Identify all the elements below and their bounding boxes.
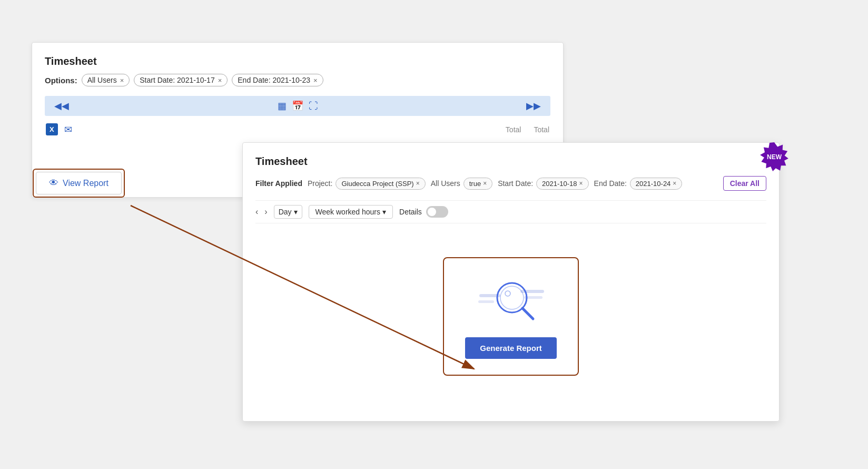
end-date-filter-label: End Date: (594, 179, 627, 188)
chip-end-date[interactable]: End Date: 2021-10-23 × (232, 74, 323, 86)
back-toolbar-row: ◀◀ ▦ 📅 ⛶ ▶▶ (45, 96, 550, 116)
back-card-title: Timesheet (45, 55, 550, 67)
totals: Total Total (506, 125, 549, 134)
start-date-tag[interactable]: 2021-10-18 × (536, 178, 589, 190)
front-card: Timesheet Filter Applied Project: Giudec… (242, 142, 780, 422)
generate-box: Generate Report (443, 257, 579, 376)
prev-button[interactable]: ◀◀ (51, 99, 72, 113)
controls-row: ‹ › Day ▾ Week worked hours ▾ Details (255, 200, 766, 223)
chip-start-date[interactable]: Start Date: 2021-10-17 × (134, 74, 228, 86)
chip-all-users[interactable]: All Users × (82, 74, 130, 86)
all-users-tag-close[interactable]: × (483, 180, 487, 187)
period-next-button[interactable]: › (264, 207, 267, 217)
front-card-title: Timesheet (255, 155, 766, 168)
period-prev-button[interactable]: ‹ (255, 207, 258, 217)
chip-end-date-close[interactable]: × (313, 76, 318, 84)
svg-point-9 (505, 291, 510, 296)
chip-all-users-close[interactable]: × (120, 76, 124, 84)
chip-start-date-close[interactable]: × (218, 76, 222, 84)
options-label: Options: (45, 76, 77, 85)
view-report-label: View Report (63, 179, 108, 188)
next-button[interactable]: ▶▶ (523, 99, 544, 113)
period-chevron-icon: ▾ (294, 208, 298, 216)
all-users-filter-group: All Users true × (431, 178, 492, 190)
end-date-tag-close[interactable]: × (673, 180, 676, 187)
export-excel-button[interactable]: X (46, 123, 58, 135)
second-row: X ✉ Total Total (45, 121, 550, 138)
project-tag[interactable]: Giudecca Project (SSP) × (336, 178, 425, 190)
grid-icon[interactable]: ▦ (278, 100, 287, 112)
generate-section: Generate Report (255, 236, 766, 397)
start-date-filter-group: Start Date: 2021-10-18 × (498, 178, 588, 190)
start-date-filter-label: Start Date: (498, 179, 533, 188)
start-date-tag-close[interactable]: × (579, 180, 583, 187)
clear-all-button[interactable]: Clear All (723, 176, 766, 191)
eye-icon: 👁 (49, 178, 58, 189)
filter-applied-row: Filter Applied Project: Giudecca Project… (255, 176, 766, 191)
calendar-icon[interactable]: 📅 (292, 100, 303, 112)
hours-select[interactable]: Week worked hours ▾ (309, 205, 393, 219)
end-date-filter-group: End Date: 2021-10-24 × (594, 178, 683, 190)
view-report-button[interactable]: 👁 View Report (36, 172, 122, 194)
details-label: Details (399, 208, 422, 216)
magnify-illustration (474, 274, 548, 327)
total-label-2: Total (534, 125, 549, 134)
period-select[interactable]: Day ▾ (274, 205, 302, 219)
svg-point-7 (500, 286, 524, 309)
project-tag-close[interactable]: × (416, 180, 420, 187)
generate-report-button[interactable]: Generate Report (465, 337, 557, 359)
svg-line-8 (522, 308, 533, 319)
details-toggle[interactable] (426, 206, 448, 218)
project-filter-group: Project: Giudecca Project (SSP) × (308, 178, 426, 190)
options-row: Options: All Users × Start Date: 2021-10… (45, 74, 550, 86)
svg-rect-3 (478, 300, 494, 303)
hours-chevron-icon: ▾ (382, 208, 386, 216)
total-label-1: Total (506, 125, 521, 134)
email-icon[interactable]: ✉ (64, 124, 72, 135)
filter-applied-label: Filter Applied (255, 179, 302, 188)
period-label: Day (279, 208, 292, 216)
toolbar-icons: ▦ 📅 ⛶ (278, 100, 318, 112)
details-toggle-row: Details (399, 206, 448, 218)
expand-icon[interactable]: ⛶ (309, 101, 318, 112)
all-users-tag[interactable]: true × (463, 178, 492, 190)
project-label: Project: (308, 179, 332, 188)
end-date-tag[interactable]: 2021-10-24 × (630, 178, 683, 190)
all-users-filter-label: All Users (431, 179, 460, 188)
hours-label: Week worked hours (315, 208, 380, 216)
view-report-wrapper: 👁 View Report (33, 169, 125, 198)
